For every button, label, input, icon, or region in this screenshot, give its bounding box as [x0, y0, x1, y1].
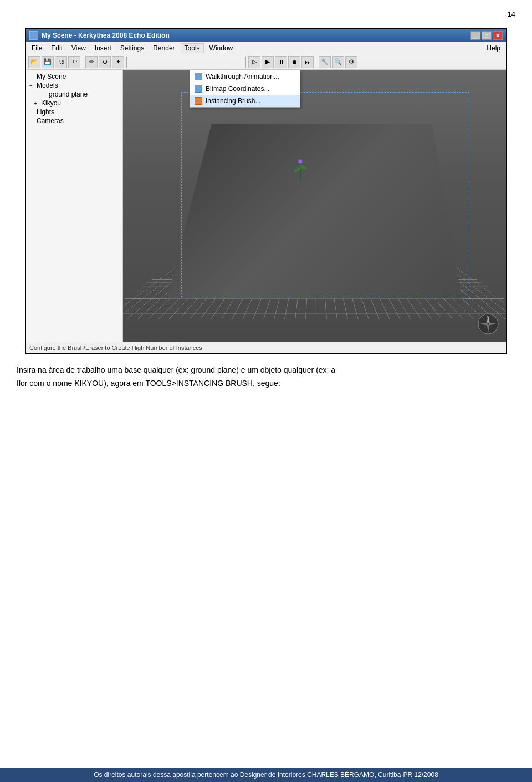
status-bar: Configure the Brush/Eraser to Create Hig…	[26, 342, 506, 353]
page-number: 14	[508, 10, 515, 18]
dropdown-walkthrough[interactable]: Walkthrough Animation...	[190, 70, 300, 83]
tree-lights[interactable]: Lights	[26, 108, 122, 116]
toolbar-open[interactable]: 📂	[28, 56, 40, 68]
description-line2: flor com o nome KIKYOU), agora em TOOLS>…	[17, 379, 280, 388]
bitmap-label: Bitmap Coordinates...	[206, 85, 269, 93]
toolbar-r4[interactable]: ⏺	[288, 56, 300, 68]
menu-render[interactable]: Render	[150, 44, 178, 53]
ground-plane-mesh	[167, 114, 462, 308]
close-button[interactable]: ✕	[493, 31, 503, 40]
expand-kikyou-icon: +	[34, 100, 39, 106]
walkthrough-icon	[195, 73, 202, 80]
toolbar-tool3[interactable]: ✦	[112, 56, 124, 68]
toolbar-save[interactable]: 💾	[42, 56, 54, 68]
toolbar-r8[interactable]: ⚙	[345, 56, 357, 68]
tree-kikyou[interactable]: + Kikyou	[26, 99, 122, 108]
tree-kikyou-label: Kikyou	[41, 99, 61, 107]
menu-help[interactable]: Help	[483, 44, 504, 53]
scene-tree: My Scene − Models ground plane + Kikyou …	[26, 70, 123, 342]
toolbar-tool2[interactable]: ⊕	[99, 56, 111, 68]
dropdown-bitmap[interactable]: Bitmap Coordinates...	[190, 83, 300, 95]
tree-models-label: Models	[37, 82, 58, 89]
toolbar-tool1[interactable]: ✏	[85, 56, 98, 68]
tree-cameras-label: Cameras	[37, 117, 64, 125]
svg-point-4	[299, 160, 302, 163]
toolbar-r3[interactable]: ⏸	[275, 56, 287, 68]
app-icon	[29, 31, 38, 40]
maximize-button[interactable]: □	[482, 31, 492, 40]
tree-ground-label: ground plane	[49, 90, 88, 98]
toolbar-sep1	[83, 57, 83, 68]
toolbar-r5[interactable]: ⏭	[301, 56, 314, 68]
dropdown-instancing[interactable]: Instancing Brush...	[190, 95, 300, 107]
menu-bar: File Edit View Insert Settings Render To…	[26, 42, 506, 54]
toolbar-sep2	[126, 57, 127, 68]
window-controls[interactable]: _ □ ✕	[470, 31, 503, 40]
toolbar-undo[interactable]: ↩	[68, 56, 80, 68]
svg-text:N: N	[487, 315, 489, 318]
toolbar-save2[interactable]: 🖫	[55, 56, 67, 68]
minimize-button[interactable]: _	[470, 31, 480, 40]
description-line1: Insira na área de trabalho uma base qual…	[17, 365, 335, 374]
menu-tools[interactable]: Tools	[181, 43, 204, 53]
toolbar: 📂 💾 🖫 ↩ ✏ ⊕ ✦ Walkthrough Animation... B…	[26, 54, 506, 70]
tools-dropdown-menu[interactable]: Walkthrough Animation... Bitmap Coordina…	[190, 70, 300, 108]
tree-cameras[interactable]: Cameras	[26, 116, 122, 125]
toolbar-r6[interactable]: 🔧	[319, 56, 331, 68]
tree-ground-plane[interactable]: ground plane	[26, 90, 122, 99]
footer-text: Os direitos autorais dessa apostila pert…	[94, 771, 438, 779]
plant-object	[292, 150, 309, 181]
menu-window[interactable]: Window	[206, 44, 237, 53]
status-text: Configure the Brush/Eraser to Create Hig…	[29, 344, 202, 351]
app-window: My Scene - Kerkythea 2008 Echo Edition _…	[25, 28, 507, 354]
compass-rose: N	[477, 313, 499, 335]
toolbar-sep3	[245, 57, 246, 68]
tree-my-scene[interactable]: My Scene	[26, 72, 122, 81]
bitmap-icon	[195, 85, 202, 93]
toolbar-r2[interactable]: ▶	[262, 56, 274, 68]
toolbar-sep4	[316, 57, 316, 68]
description-block: Insira na área de trabalho uma base qual…	[17, 364, 515, 390]
menu-file[interactable]: File	[28, 44, 45, 53]
menu-edit[interactable]: Edit	[48, 44, 66, 53]
title-bar: My Scene - Kerkythea 2008 Echo Edition _…	[26, 29, 506, 42]
footer: Os direitos autorais dessa apostila pert…	[0, 768, 532, 782]
tree-models[interactable]: − Models	[26, 81, 122, 90]
menu-insert[interactable]: Insert	[91, 44, 115, 53]
instancing-label: Instancing Brush...	[206, 97, 260, 105]
menu-settings[interactable]: Settings	[117, 44, 147, 53]
viewport[interactable]: N	[123, 70, 506, 342]
walkthrough-label: Walkthrough Animation...	[206, 73, 279, 80]
tree-lights-label: Lights	[37, 108, 54, 116]
toolbar-r7[interactable]: 🔍	[332, 56, 344, 68]
instancing-icon	[195, 97, 202, 105]
main-area: My Scene − Models ground plane + Kikyou …	[26, 70, 506, 342]
expand-models-icon: −	[29, 83, 35, 89]
window-title: My Scene - Kerkythea 2008 Echo Edition	[42, 32, 170, 39]
toolbar-r1[interactable]: ▷	[248, 56, 260, 68]
menu-view[interactable]: View	[68, 44, 89, 53]
tree-my-scene-label: My Scene	[37, 73, 66, 80]
